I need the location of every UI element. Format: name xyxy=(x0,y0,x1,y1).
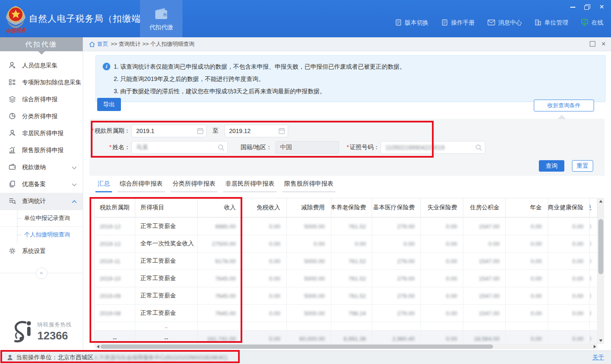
cell-value-0: 7645.00 xyxy=(198,287,242,304)
sidebar-item-label: 非居民所得申报 xyxy=(22,130,77,137)
header-menu-label: 单位管理 xyxy=(544,19,568,27)
query-panel: *税款所属期： 2019.1 至 2019.12 *姓名： xyxy=(90,119,605,176)
table-row-4[interactable]: 2019-09正常工资薪金7645.000.005000.00761.52279… xyxy=(95,287,597,305)
tab-1[interactable]: 综合所得申报表 xyxy=(118,180,165,192)
wallet-icon xyxy=(8,163,16,172)
table-header-cell-4: 减除费用 xyxy=(287,198,331,217)
cell-value-5: 0.00 xyxy=(421,253,463,270)
horizontal-scrollbar[interactable] xyxy=(95,344,597,349)
user-icon xyxy=(7,354,13,361)
table-row-2[interactable]: 2019-11正常工资薪金9178.000.005000.00761.52279… xyxy=(95,253,597,270)
query-button[interactable]: 查询 xyxy=(539,160,564,172)
cell-value-4: 279.00 xyxy=(372,305,421,322)
reset-button[interactable]: 重置 xyxy=(572,160,593,172)
cell-value-6: 1547.00 xyxy=(463,218,506,235)
table-header-cell-0: 税款所属期 xyxy=(95,198,135,217)
collapse-filters-button[interactable]: 收折查询条件 xyxy=(534,100,594,111)
search-icon[interactable] xyxy=(475,144,482,153)
chevron-up-icon xyxy=(72,198,77,205)
pane-close-button[interactable]: ✕ xyxy=(601,41,606,47)
name-input[interactable]: 马某 xyxy=(132,141,228,154)
breadcrumb-path: >> 查询统计 >> 个人扣缴明细查询 xyxy=(111,40,194,48)
scroll-right-arrow[interactable] xyxy=(594,345,596,348)
main-content: i1. 该查询统计表仅能查询已申报成功的数据，不包含未申报、申报失败，已申报但已… xyxy=(83,51,611,350)
pane-restore-button[interactable] xyxy=(590,41,595,47)
sidebar-item-6[interactable]: 税款缴纳 xyxy=(0,159,83,176)
cell-value-9 xyxy=(590,322,597,330)
cell-value-5: 0.00 xyxy=(421,270,463,287)
cell-value-7: 0.00 xyxy=(506,270,548,287)
notice-box: i1. 该查询统计表仅能查询已申报成功的数据，不包含未申报、申报失败，已申报但已… xyxy=(95,55,605,102)
cell-value-0: 7645.00 xyxy=(198,305,242,322)
tab-0[interactable]: 汇总 xyxy=(95,180,112,192)
table-row-5[interactable]: 2019-08正常工资薪金7645.000.005000.00798.24279… xyxy=(95,305,597,322)
cell-value-1: 0.00 xyxy=(242,235,287,252)
sidebar-item-1[interactable]: 专项附加扣除信息采集 xyxy=(0,74,83,91)
hotline-block: 纳税服务热线 12366 xyxy=(11,320,72,344)
tab-2[interactable]: 分类所得申报表 xyxy=(171,180,218,192)
header-menu-item-1[interactable]: 操作手册 xyxy=(441,19,475,27)
sidebar-collapse-button[interactable]: « xyxy=(36,267,48,279)
calendar-icon[interactable] xyxy=(278,128,285,136)
breadcrumb: 首页 >> 查询统计 >> 个人扣缴明细查询 ✕ xyxy=(83,37,611,51)
horizontal-scroll-thumb[interactable] xyxy=(101,345,493,349)
sidebar-item-4[interactable]: 非居民所得申报 xyxy=(0,125,83,142)
header-menu-label: 版本切换 xyxy=(405,19,429,27)
sidebar-subitem-1[interactable]: 个人扣缴明细查询 xyxy=(0,226,83,243)
app-header: 中国税务 自然人电子税务局（扣缴端） 代扣代缴 版本切换操作手册消息中心单位管理… xyxy=(0,0,611,37)
sidebar-item-7[interactable]: 优惠备案 xyxy=(0,176,83,193)
restore-button[interactable] xyxy=(584,4,591,10)
breadcrumb-home-link[interactable]: 首页 xyxy=(89,40,108,48)
scroll-up-arrow[interactable] xyxy=(599,200,603,203)
table-row-0[interactable]: 2019-12正常工资薪金9985.000.005000.00761.52279… xyxy=(95,218,597,235)
info-icon: i xyxy=(103,63,110,70)
period-from-input[interactable]: 2019.1 xyxy=(132,125,207,137)
table-header-cell-5: 基本养老保险费 xyxy=(331,198,373,217)
cell-value-5: 0.00 xyxy=(421,235,463,252)
sidebar-item-label: 税款缴纳 xyxy=(22,164,66,171)
sidebar-item-settings[interactable]: 系统设置 xyxy=(0,243,83,260)
cell-value-8 xyxy=(548,322,590,330)
current-unit-label: 当前操作单位： xyxy=(16,354,58,361)
table-header-cell-6: 基本医疗保险费 xyxy=(372,198,421,217)
header-menu-item-4[interactable]: 在线 xyxy=(581,19,603,27)
vertical-scroll-thumb[interactable] xyxy=(598,219,603,274)
calendar-icon[interactable] xyxy=(197,128,204,136)
person-add-icon xyxy=(8,61,16,70)
sidebar-item-0[interactable]: 人员信息采集 xyxy=(0,57,83,74)
table-row-1[interactable]: 2019-12全年一次性奖金收入27500.000.000.000.000.00… xyxy=(95,235,597,253)
close-button[interactable]: ✕ xyxy=(598,4,605,10)
id-number-input[interactable]: 110502199904223019 xyxy=(381,141,485,154)
notice-line-3: 3. 由于数据处理的滞后性，建议您在申报成功3天之后再来查询最新的申报数据。 xyxy=(103,85,598,97)
sidebar-header: 代扣代缴 xyxy=(0,37,83,51)
cell-value-2 xyxy=(287,322,331,330)
cell-value-4: 279.00 xyxy=(372,218,421,235)
table-row-3[interactable]: 2019-10正常工资薪金7645.000.005000.00761.52279… xyxy=(95,270,597,287)
sidebar-item-5[interactable]: 限售股所得申报 xyxy=(0,142,83,159)
period-to-input[interactable]: 2019.12 xyxy=(224,125,288,137)
header-menu-item-0[interactable]: 版本切换 xyxy=(395,19,429,27)
sidebar-item-8[interactable]: 查询统计 xyxy=(0,193,83,210)
table-header-cell-11: 税 xyxy=(590,198,597,217)
export-button[interactable]: 导出 xyxy=(97,98,121,111)
about-link[interactable]: 关于 xyxy=(592,354,604,361)
minimize-button[interactable] xyxy=(569,4,576,10)
tab-3[interactable]: 非居民所得申报表 xyxy=(223,180,277,192)
sidebar-subitem-0[interactable]: 单位申报记录查询 xyxy=(0,210,83,226)
vertical-scrollbar[interactable] xyxy=(597,198,604,344)
cell-value-5: 0.00 xyxy=(421,287,463,304)
cell-value-1: 0.00 xyxy=(242,287,287,304)
search-icon[interactable] xyxy=(218,144,225,153)
result-tabs: 汇总综合所得申报表分类所得申报表非居民所得申报表限售股所得申报表 xyxy=(95,180,341,192)
scroll-down-arrow[interactable] xyxy=(599,339,603,342)
sidebar-item-label: 综合所得申报 xyxy=(22,96,77,103)
header-menu-item-3[interactable]: 单位管理 xyxy=(535,19,568,27)
scroll-left-arrow[interactable] xyxy=(97,345,99,348)
sidebar-item-2[interactable]: 综合所得申报 xyxy=(0,91,83,108)
cell-period: 2019-12 xyxy=(95,235,135,252)
sidebar-item-3[interactable]: 分类所得申报 xyxy=(0,108,83,125)
header-tab-withholding[interactable]: 代扣代缴 xyxy=(140,0,182,37)
tab-4[interactable]: 限售股所得申报表 xyxy=(282,180,336,192)
header-menu-item-2[interactable]: 消息中心 xyxy=(488,19,522,27)
cell-value-0: 9178.00 xyxy=(198,253,242,270)
